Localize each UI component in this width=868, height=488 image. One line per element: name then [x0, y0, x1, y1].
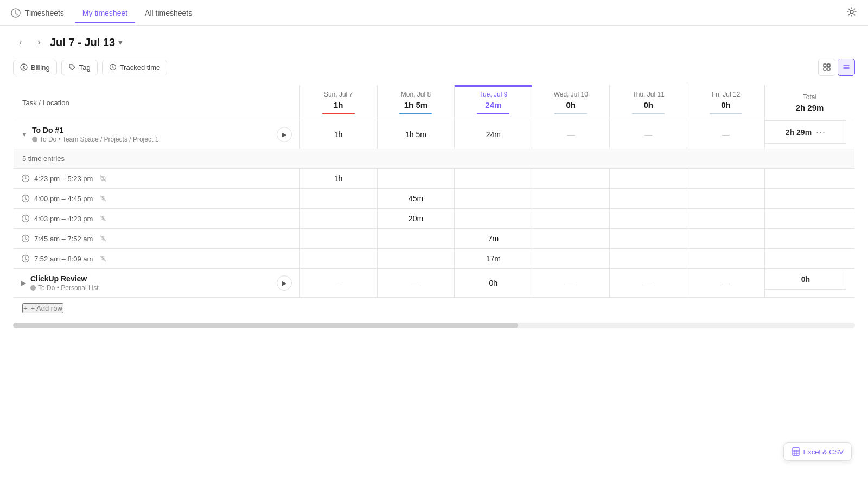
settings-icon[interactable]	[846, 7, 857, 19]
task2-time-sun: —	[299, 269, 377, 298]
task-name: To Do #1	[32, 126, 158, 134]
task-time-fri: —	[687, 120, 765, 149]
tracked-time-filter-button[interactable]: Tracked time	[102, 60, 168, 75]
task-total-cell: 2h 29m ···	[765, 120, 846, 144]
entry-time-cell-2: 4:00 pm – 4:45 pm $	[14, 189, 300, 209]
add-row-button[interactable]: + + Add row	[22, 303, 63, 313]
timesheets-logo[interactable]: Timesheets	[11, 8, 64, 18]
view-toggle	[818, 59, 855, 76]
entry4-time-tue: 7m	[455, 229, 532, 249]
timesheet-table: Task / Location Sun, Jul 7 1h Mon, Jul 8…	[13, 85, 855, 319]
entry4-time-sun	[299, 229, 377, 249]
clock-icon	[21, 174, 30, 183]
clock-icon	[109, 63, 117, 71]
entries-count-cell: 5 time entries	[14, 149, 855, 169]
no-billing-icon: $	[99, 215, 107, 222]
th-thu-jul11: Thu, Jul 11 0h	[610, 85, 687, 120]
svg-text:$: $	[22, 65, 25, 70]
task2-info: ▶ ClickUp Review To Do • Personal List	[21, 274, 99, 292]
entry3-time-tue	[455, 209, 532, 229]
task-info: ▼ To Do #1 To Do • Team Space / Projects…	[21, 126, 158, 143]
th-wed-jul10: Wed, Jul 10 0h	[532, 85, 610, 120]
task2-name: ClickUp Review	[30, 274, 99, 283]
logo-label: Timesheets	[25, 9, 64, 17]
entry3-time-fri	[687, 209, 765, 229]
date-navigation: ‹ › Jul 7 - Jul 13 ▾	[13, 35, 122, 50]
clock-icon	[21, 234, 30, 243]
tag-filter-button[interactable]: Tag	[61, 60, 98, 75]
entry-time-cell-4: 7:45 am – 7:52 am $	[14, 229, 300, 249]
location-dot	[32, 137, 37, 142]
svg-point-1	[850, 10, 853, 14]
entry-time-cell-1: 4:23 pm – 5:23 pm $	[14, 169, 300, 189]
tab-all-timesheets[interactable]: All timesheets	[137, 4, 200, 23]
entry1-time-mon	[377, 169, 455, 189]
entry5-total	[764, 249, 854, 269]
task-info-cell: ▼ To Do #1 To Do • Team Space / Projects…	[14, 120, 300, 149]
entry2-time-tue	[455, 189, 532, 209]
list-view-button[interactable]	[838, 59, 855, 76]
expand-icon[interactable]: ▼	[21, 131, 28, 138]
task2-time-fri: —	[687, 269, 765, 298]
entry4-total	[764, 229, 854, 249]
entry2-total	[764, 189, 854, 209]
entry-row-1: 4:23 pm – 5:23 pm $ 1h	[14, 169, 855, 189]
task2-location: To Do • Personal List	[30, 284, 99, 292]
entry-row-3: 4:03 pm – 4:23 pm $ 20m	[14, 209, 855, 229]
task2-time-tue: 0h	[455, 269, 532, 298]
svg-text:$: $	[102, 177, 104, 181]
entry2-time-fri	[687, 189, 765, 209]
grid-view-button[interactable]	[818, 59, 835, 76]
svg-rect-9	[827, 68, 830, 70]
plus-icon: +	[23, 304, 28, 312]
day-bar-thu	[632, 113, 665, 114]
filter-bar: $ Billing Tag Tracked time	[0, 59, 868, 85]
entry4-time-thu	[610, 229, 687, 249]
entry4-time-fri	[687, 229, 765, 249]
entry1-total	[764, 169, 854, 189]
prev-period-button[interactable]: ‹	[13, 35, 28, 50]
task-row-todo1: ▼ To Do #1 To Do • Team Space / Projects…	[14, 120, 855, 149]
list-icon	[842, 63, 851, 72]
entry5-time-mon	[377, 249, 455, 269]
task-row-clickup-review: ▶ ClickUp Review To Do • Personal List ▶	[14, 269, 855, 298]
task2-time-thu: —	[610, 269, 687, 298]
timesheet-container: Task / Location Sun, Jul 7 1h Mon, Jul 8…	[0, 85, 868, 328]
horizontal-scrollbar[interactable]	[13, 323, 855, 328]
add-row-cell: + + Add row	[14, 298, 855, 319]
next-period-button[interactable]: ›	[31, 35, 47, 50]
entries-count: 5 time entries	[22, 155, 65, 163]
expand-icon-2[interactable]: ▶	[21, 279, 26, 287]
clock-icon	[21, 194, 30, 203]
entry3-time-wed	[532, 209, 610, 229]
entry-row-2: 4:00 pm – 4:45 pm $ 45m	[14, 189, 855, 209]
entry1-time-thu	[610, 169, 687, 189]
task2-time-mon: —	[377, 269, 455, 298]
task2-play-button[interactable]: ▶	[277, 275, 292, 291]
svg-rect-8	[824, 68, 826, 70]
task-time-sun: 1h	[299, 120, 377, 149]
day-bar-sun	[322, 113, 355, 114]
entry3-time-mon: 20m	[377, 209, 455, 229]
entry5-time-wed	[532, 249, 610, 269]
tab-my-timesheet[interactable]: My timesheet	[75, 4, 135, 23]
th-sun-jul7: Sun, Jul 7 1h	[299, 85, 377, 120]
billing-icon: $	[20, 63, 28, 71]
entry3-time-sun	[299, 209, 377, 229]
date-range[interactable]: Jul 7 - Jul 13 ▾	[50, 36, 122, 49]
task-time-tue: 24m	[455, 120, 532, 149]
task-play-button[interactable]: ▶	[277, 127, 292, 142]
task2-time-wed: —	[532, 269, 610, 298]
task-more-button[interactable]: ···	[816, 126, 826, 138]
task-time-thu: —	[610, 120, 687, 149]
billing-filter-button[interactable]: $ Billing	[13, 60, 57, 75]
entries-count-row: 5 time entries	[14, 149, 855, 169]
task-location: To Do • Team Space / Projects / Project …	[32, 136, 158, 143]
task-total: 2h 29m	[786, 128, 812, 137]
clock-icon	[21, 214, 30, 223]
no-billing-icon: $	[99, 255, 107, 262]
entry5-time-sun	[299, 249, 377, 269]
entry5-time-fri	[687, 249, 765, 269]
svg-rect-6	[824, 64, 826, 67]
entry4-time-wed	[532, 229, 610, 249]
